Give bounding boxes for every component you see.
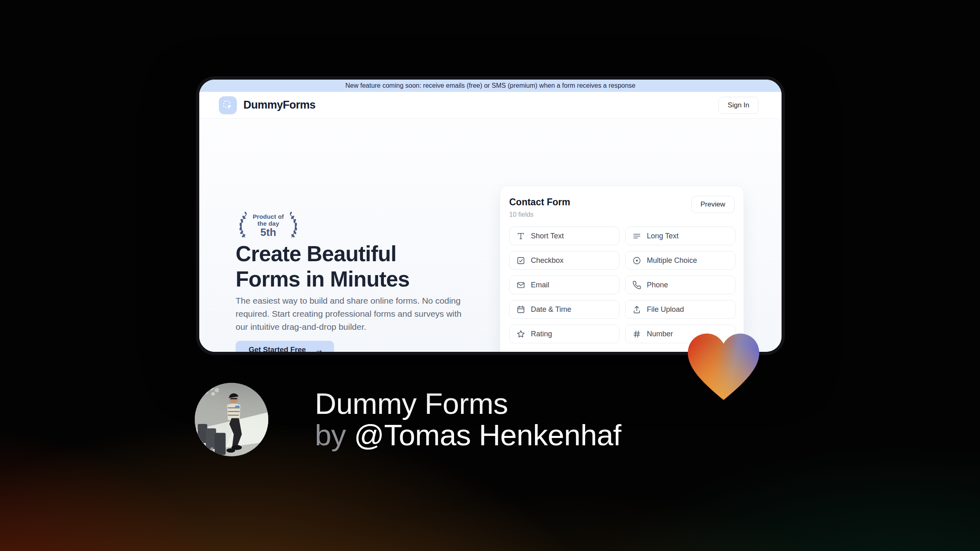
field-chip-date-time[interactable]: Date & Time (509, 300, 619, 319)
promo-title: Dummy Forms by @Tomas Henkenhaf (315, 388, 621, 451)
promo-byline-prefix: by (315, 418, 346, 451)
get-started-button[interactable]: Get Started Free → (236, 341, 334, 355)
field-label: Long Text (647, 232, 679, 240)
arrow-right-icon: → (315, 345, 323, 355)
field-label: Rating (531, 330, 552, 338)
announcement-banner: New feature coming soon: receive emails … (199, 80, 782, 92)
form-builder-card: Contact Form 10 fields Preview Short Tex… (500, 186, 744, 355)
long-text-icon (632, 231, 641, 241)
phone-icon (632, 280, 641, 290)
promo-author: @Tomas Henkenhaf (354, 418, 621, 451)
dashed-select-cursor-icon (223, 100, 233, 111)
laurel-left-icon (236, 211, 249, 240)
radio-icon (632, 256, 641, 265)
product-of-the-day-badge: Product of the day 5th (236, 214, 301, 238)
hero-subtext: The easiest way to build and share onlin… (236, 294, 472, 333)
field-label: Date & Time (531, 305, 571, 314)
announcement-text: New feature coming soon: receive emails … (345, 82, 636, 89)
author-avatar (195, 383, 268, 456)
field-label: Phone (647, 281, 668, 289)
field-type-grid: Short Text Long Text Checkbox Multiple C… (509, 227, 735, 343)
field-chip-email[interactable]: Email (509, 276, 619, 294)
short-text-icon (516, 231, 526, 241)
field-chip-checkbox[interactable]: Checkbox (509, 251, 619, 270)
browser-window: New feature coming soon: receive emails … (196, 76, 785, 355)
promo-product-name: Dummy Forms (315, 388, 621, 419)
upload-icon (632, 305, 641, 314)
field-label: Number (647, 330, 673, 338)
field-label: Short Text (531, 232, 564, 240)
field-label: Multiple Choice (647, 256, 697, 265)
field-chip-file-upload[interactable]: File Upload (625, 300, 735, 319)
email-icon (516, 280, 526, 290)
sign-in-button[interactable]: Sign In (718, 97, 759, 114)
award-rank: 5th (249, 227, 287, 238)
field-chip-phone[interactable]: Phone (625, 276, 735, 294)
field-label: Email (531, 281, 549, 289)
field-chip-rating[interactable]: Rating (509, 324, 619, 343)
field-label: Checkbox (531, 256, 564, 265)
hero-headline: Create Beautiful Forms in Minutes (236, 241, 461, 292)
author-photo (195, 383, 268, 456)
gradient-heart-icon (685, 331, 762, 404)
award-title: Product of the day (249, 213, 287, 227)
brand-name[interactable]: DummyForms (243, 99, 316, 111)
laurel-right-icon (287, 211, 301, 240)
star-icon (516, 329, 526, 339)
hash-icon (632, 329, 641, 339)
preview-button[interactable]: Preview (691, 196, 735, 213)
field-chip-multiple-choice[interactable]: Multiple Choice (625, 251, 735, 270)
hero-section: Product of the day 5th Create Beautiful … (199, 119, 782, 352)
get-started-label: Get Started Free (249, 346, 306, 354)
brand-logo[interactable] (219, 96, 237, 114)
field-label: File Upload (647, 305, 684, 314)
field-chip-short-text[interactable]: Short Text (509, 227, 619, 245)
checkbox-icon (516, 256, 526, 265)
site-header: DummyForms Sign In (199, 92, 782, 119)
calendar-icon (516, 305, 526, 314)
field-chip-long-text[interactable]: Long Text (625, 227, 735, 245)
